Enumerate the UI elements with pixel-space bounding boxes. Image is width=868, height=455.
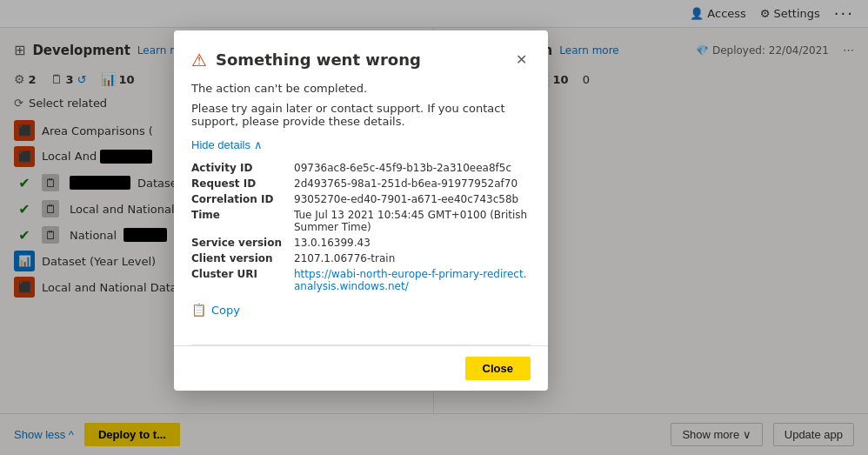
- cluster-uri-label: Cluster URI: [191, 268, 287, 280]
- chevron-up-icon: ∧: [254, 138, 263, 151]
- time-row: Time Tue Jul 13 2021 10:54:45 GMT+0100 (…: [191, 209, 531, 233]
- error-dialog: ⚠ Something went wrong ✕ The action can'…: [174, 30, 548, 391]
- client-version-value: 2107.1.06776-train: [294, 252, 395, 264]
- warning-icon: ⚠: [191, 50, 207, 70]
- hide-details-label: Hide details: [191, 138, 250, 151]
- activity-id-value: 09736ac8-6e5c-45f9-b13b-2a310eea8f5c: [294, 162, 511, 174]
- time-label: Time: [191, 209, 287, 221]
- dialog-footer: Close: [174, 345, 548, 391]
- correlation-id-row: Correlation ID 9305270e-ed40-7901-a671-e…: [191, 193, 531, 205]
- client-version-label: Client version: [191, 252, 287, 264]
- request-id-value: 2d493765-98a1-251d-b6ea-91977952af70: [294, 177, 517, 190]
- service-version-row: Service version 13.0.16399.43: [191, 237, 531, 249]
- dialog-title: Something went wrong: [216, 50, 504, 69]
- cluster-uri-value: https://wabi-north-europe-f-primary-redi…: [294, 268, 531, 292]
- service-version-value: 13.0.16399.43: [294, 237, 371, 249]
- close-button[interactable]: Close: [465, 357, 531, 380]
- copy-icon: 📋: [191, 303, 206, 317]
- copy-label: Copy: [211, 304, 240, 317]
- hide-details-button[interactable]: Hide details ∧: [191, 138, 263, 151]
- request-id-label: Request ID: [191, 177, 287, 190]
- request-id-row: Request ID 2d493765-98a1-251d-b6ea-91977…: [191, 177, 531, 190]
- error-details-table: Activity ID 09736ac8-6e5c-45f9-b13b-2a31…: [191, 162, 531, 292]
- dialog-close-button[interactable]: ✕: [512, 48, 531, 71]
- correlation-id-label: Correlation ID: [191, 193, 287, 205]
- cluster-uri-row: Cluster URI https://wabi-north-europe-f-…: [191, 268, 531, 292]
- service-version-label: Service version: [191, 237, 287, 249]
- dialog-body: The action can't be completed. Please tr…: [174, 82, 548, 345]
- dialog-header: ⚠ Something went wrong ✕: [174, 30, 548, 82]
- dialog-message2: Please try again later or contact suppor…: [191, 102, 531, 128]
- dialog-message1: The action can't be completed.: [191, 82, 531, 95]
- time-value: Tue Jul 13 2021 10:54:45 GMT+0100 (Briti…: [294, 209, 531, 233]
- activity-id-label: Activity ID: [191, 162, 287, 174]
- activity-id-row: Activity ID 09736ac8-6e5c-45f9-b13b-2a31…: [191, 162, 531, 174]
- correlation-id-value: 9305270e-ed40-7901-a671-ee40c743c58b: [294, 193, 518, 205]
- copy-button[interactable]: 📋 Copy: [191, 303, 531, 317]
- client-version-row: Client version 2107.1.06776-train: [191, 252, 531, 264]
